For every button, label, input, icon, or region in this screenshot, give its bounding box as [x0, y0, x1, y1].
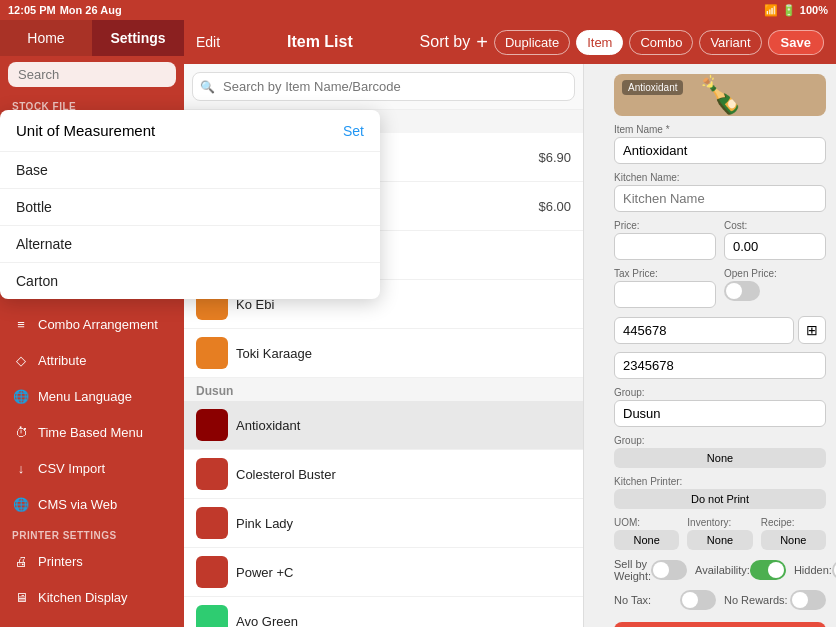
recipe-button[interactable]: None [761, 530, 826, 550]
list-item[interactable]: Pink Lady [184, 499, 583, 548]
sidebar-item-cms-via-web[interactable]: 🌐 CMS via Web [0, 486, 184, 522]
search-wrap [192, 72, 575, 101]
right-panel: Antioxidant 🍾 Item Name * Kitchen Name: [584, 64, 836, 627]
inventory-button[interactable]: None [687, 530, 752, 550]
dropdown-set-button[interactable]: Set [343, 123, 364, 139]
barcode-input[interactable] [614, 317, 794, 344]
status-time: 12:05 PM [8, 4, 56, 16]
add-icon[interactable]: + [476, 31, 488, 54]
settings-nav[interactable]: Settings [92, 20, 184, 56]
tab-combo[interactable]: Combo [629, 30, 693, 55]
top-nav: Edit Item List Sort by + Duplicate Item … [184, 20, 836, 64]
no-tax-field: No Tax: [614, 590, 716, 610]
sidebar-item-label: CMS via Web [38, 497, 117, 512]
item-search-input[interactable] [192, 72, 575, 101]
sidebar-search-input[interactable] [8, 62, 176, 87]
cost-input[interactable] [724, 233, 826, 260]
status-day: Mon 26 Aug [60, 4, 122, 16]
uom-option-bottle[interactable]: Bottle [184, 188, 380, 225]
tab-item[interactable]: Item [576, 30, 623, 55]
edit-button[interactable]: Edit [196, 34, 220, 50]
item-name: Pink Lady [236, 516, 571, 531]
kitchen-printer-button[interactable]: Do not Print [614, 489, 826, 509]
sidebar-item-menu-language[interactable]: 🌐 Menu Language [0, 378, 184, 414]
availability-toggle[interactable] [750, 560, 786, 580]
no-tax-toggle[interactable] [680, 590, 716, 610]
sidebar-item-label: Combo Arrangement [38, 317, 158, 332]
delete-item-button[interactable]: Delete Item [614, 622, 826, 627]
csv-import-icon: ↓ [12, 459, 30, 477]
uom-inv-recipe-row: UOM: None Inventory: None Recipe: None [614, 517, 826, 550]
printer-settings-section-label: PRINTER SETTINGS [0, 522, 184, 543]
item-image-area[interactable]: Antioxidant 🍾 [614, 74, 826, 116]
price-cost-row: Price: Cost: [614, 220, 826, 260]
uom-option-base[interactable]: Base [184, 151, 380, 188]
kitchen-name-input[interactable] [614, 185, 826, 212]
uom-option-carton[interactable]: Carton [184, 262, 380, 299]
sidebar-item-combo-arrangement[interactable]: ≡ Combo Arrangement [0, 306, 184, 342]
item-name: Avo Green [236, 614, 571, 628]
barcode-field: ⊞ [614, 316, 826, 344]
save-button[interactable]: Save [768, 30, 824, 55]
price-input[interactable] [614, 233, 716, 260]
group-label: Group: [614, 387, 826, 398]
status-bar: 12:05 PM Mon 26 Aug 📶 🔋 100% [0, 0, 836, 20]
item-price: $6.00 [538, 199, 571, 214]
home-nav[interactable]: Home [0, 20, 92, 56]
sell-by-weight-toggle[interactable] [651, 560, 687, 580]
scan-icon[interactable]: ⊞ [798, 316, 826, 344]
list-item[interactable]: Colesterol Buster [184, 450, 583, 499]
sidebar-item-label: Menu Language [38, 389, 132, 404]
list-item[interactable]: Antioxidant [184, 401, 583, 450]
no-tax-label: No Tax: [614, 594, 651, 606]
no-rewards-toggle[interactable] [790, 590, 826, 610]
tax-price-input[interactable] [614, 281, 716, 308]
item-thumbnail [196, 507, 228, 539]
group-input[interactable] [614, 400, 826, 427]
combo-arrangement-icon: ≡ [12, 315, 30, 333]
price-field: Price: [614, 220, 716, 260]
group-field: Group: [614, 387, 826, 427]
sidebar-item-attribute[interactable]: ◇ Attribute [0, 342, 184, 378]
list-item[interactable]: Power +C [184, 548, 583, 597]
open-price-toggle[interactable] [724, 281, 760, 301]
sidebar-item-print-options[interactable]: ⚙ Print Options [0, 615, 184, 627]
item-name: Toki Karaage [236, 346, 563, 361]
sidebar-item-time-based-menu[interactable]: ⏱ Time Based Menu [0, 414, 184, 450]
cms-via-web-icon: 🌐 [12, 495, 30, 513]
item-price: $6.90 [538, 150, 571, 165]
category-dusun: Dusun [184, 378, 583, 401]
tax-price-label: Tax Price: [614, 268, 716, 279]
hidden-toggle[interactable] [832, 560, 836, 580]
sidebar-item-label: Time Based Menu [38, 425, 143, 440]
sidebar-item-printers[interactable]: 🖨 Printers [0, 543, 184, 579]
uom-option-alternate[interactable]: Alternate [184, 225, 380, 262]
sub-group-field: Group: None [614, 435, 826, 468]
kitchen-printer-label: Kitchen Printer: [614, 476, 826, 487]
tab-variant[interactable]: Variant [699, 30, 761, 55]
battery-icon: 🔋 [782, 4, 796, 17]
uom-button[interactable]: None [614, 530, 679, 550]
sidebar-item-label: Attribute [38, 353, 86, 368]
sub-group-button[interactable]: None [614, 448, 826, 468]
duplicate-button[interactable]: Duplicate [494, 30, 570, 55]
item-name: Power +C [236, 565, 571, 580]
cost-field: Cost: [724, 220, 826, 260]
sidebar-item-kitchen-display[interactable]: 🖥 Kitchen Display [0, 579, 184, 615]
sidebar-item-csv-import[interactable]: ↓ CSV Import [0, 450, 184, 486]
top-nav-actions: Sort by + Duplicate Item Combo Variant S… [420, 30, 824, 55]
kitchen-printer-field: Kitchen Printer: Do not Print [614, 476, 826, 509]
no-rewards-field: No Rewards: [724, 590, 826, 610]
status-bar-right: 📶 🔋 100% [764, 4, 828, 17]
dropdown-header: Unit of Measurement Set [184, 110, 380, 151]
list-item[interactable]: Toki Karaage [184, 329, 583, 378]
item-thumbnail [196, 409, 228, 441]
printers-icon: 🖨 [12, 552, 30, 570]
list-item[interactable]: Avo Green [184, 597, 583, 627]
sell-by-weight-field: Sell by Weight: [614, 558, 687, 582]
no-tax-rewards-row: No Tax: No Rewards: [614, 590, 826, 610]
barcode2-input[interactable] [614, 352, 826, 379]
time-based-menu-icon: ⏱ [12, 423, 30, 441]
item-name-input[interactable] [614, 137, 826, 164]
sell-avail-hidden-row: Sell by Weight: Availability: Hidden: [614, 558, 826, 582]
